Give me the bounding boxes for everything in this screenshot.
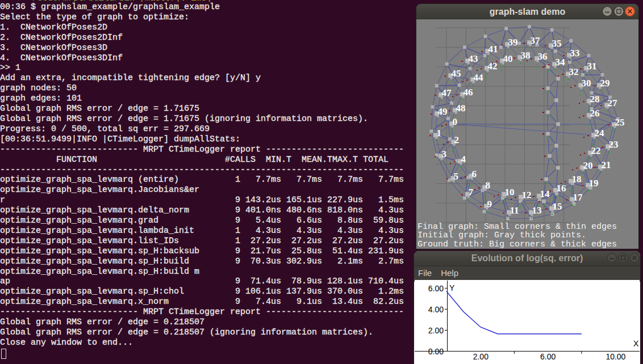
- svg-text:0.00: 0.00: [428, 347, 444, 356]
- svg-text:2.00: 2.00: [473, 352, 488, 361]
- svg-text:3: 3: [442, 149, 447, 160]
- svg-text:28: 28: [590, 94, 600, 104]
- svg-text:13: 13: [532, 205, 542, 216]
- svg-text:22: 22: [591, 145, 601, 156]
- svg-text:16: 16: [557, 183, 566, 194]
- svg-text:9: 9: [487, 199, 492, 210]
- svg-text:4.00: 4.00: [428, 305, 444, 314]
- svg-text:38: 38: [521, 50, 531, 61]
- svg-text:34: 34: [556, 57, 566, 68]
- svg-text:12: 12: [522, 190, 532, 200]
- svg-text:1: 1: [437, 128, 442, 139]
- svg-text:41: 41: [488, 44, 498, 55]
- svg-text:Y: Y: [449, 283, 455, 292]
- svg-text:29: 29: [600, 78, 610, 89]
- svg-text:8: 8: [486, 180, 491, 191]
- svg-text:32: 32: [569, 66, 579, 77]
- svg-text:18: 18: [572, 174, 582, 185]
- svg-text:49: 49: [438, 106, 448, 117]
- svg-text:48: 48: [456, 103, 466, 114]
- svg-text:44: 44: [474, 72, 484, 83]
- svg-text:30: 30: [582, 78, 591, 89]
- svg-text:6: 6: [472, 169, 477, 179]
- svg-text:7: 7: [469, 187, 474, 198]
- svg-text:20: 20: [583, 160, 593, 171]
- svg-text:46: 46: [464, 87, 473, 98]
- svg-text:24: 24: [595, 128, 605, 139]
- svg-text:14: 14: [540, 189, 550, 199]
- svg-text:15: 15: [553, 201, 562, 212]
- svg-text:10: 10: [505, 187, 515, 198]
- svg-text:11: 11: [510, 205, 519, 216]
- svg-text:25: 25: [615, 117, 625, 128]
- svg-text:35: 35: [552, 38, 562, 49]
- svg-text:27: 27: [608, 98, 618, 108]
- svg-text:6.00: 6.00: [428, 284, 444, 293]
- svg-text:5: 5: [454, 171, 459, 182]
- svg-text:26: 26: [590, 108, 600, 119]
- svg-text:42: 42: [488, 61, 498, 72]
- svg-text:45: 45: [452, 68, 461, 79]
- svg-text:10.00: 10.00: [606, 352, 625, 361]
- svg-text:0: 0: [453, 116, 458, 127]
- svg-text:19: 19: [589, 178, 599, 189]
- svg-text:X: X: [633, 339, 639, 348]
- svg-text:17: 17: [573, 192, 583, 203]
- svg-text:2: 2: [454, 135, 460, 145]
- svg-text:40: 40: [503, 53, 513, 64]
- svg-text:4: 4: [461, 154, 466, 165]
- svg-text:21: 21: [602, 160, 611, 170]
- svg-text:36: 36: [538, 51, 548, 62]
- svg-text:47: 47: [442, 87, 452, 98]
- svg-text:23: 23: [609, 139, 619, 150]
- svg-text:31: 31: [587, 61, 597, 72]
- svg-text:37: 37: [531, 35, 541, 46]
- svg-text:2.00: 2.00: [428, 326, 444, 335]
- svg-text:6.00: 6.00: [540, 352, 556, 361]
- svg-text:33: 33: [570, 48, 580, 58]
- svg-text:43: 43: [469, 53, 478, 64]
- svg-text:39: 39: [508, 37, 518, 48]
